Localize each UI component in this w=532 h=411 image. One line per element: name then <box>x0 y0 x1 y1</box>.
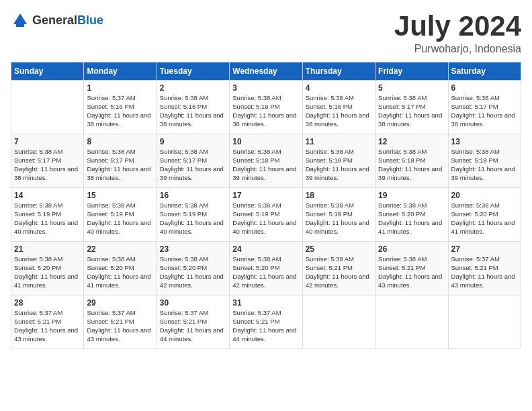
logo-icon <box>11 11 30 30</box>
day-number: 27 <box>451 244 518 254</box>
day-info: Sunrise: 5:38 AM Sunset: 5:17 PM Dayligh… <box>378 94 445 128</box>
day-info: Sunrise: 5:38 AM Sunset: 5:18 PM Dayligh… <box>451 148 518 182</box>
calendar-cell: 29Sunrise: 5:37 AM Sunset: 5:21 PM Dayli… <box>84 295 157 349</box>
day-info: Sunrise: 5:38 AM Sunset: 5:20 PM Dayligh… <box>160 255 226 289</box>
day-info: Sunrise: 5:38 AM Sunset: 5:17 PM Dayligh… <box>160 148 226 182</box>
logo: GeneralBlue <box>11 11 103 30</box>
day-number: 7 <box>14 137 81 146</box>
day-number: 4 <box>306 83 372 93</box>
day-info: Sunrise: 5:38 AM Sunset: 5:18 PM Dayligh… <box>232 148 299 182</box>
day-number: 2 <box>160 83 226 93</box>
day-info: Sunrise: 5:37 AM Sunset: 5:21 PM Dayligh… <box>232 309 299 343</box>
header-saturday: Saturday <box>448 62 521 81</box>
calendar-cell: 21Sunrise: 5:38 AM Sunset: 5:20 PM Dayli… <box>11 242 84 295</box>
header-tuesday: Tuesday <box>157 62 229 81</box>
calendar-cell: 16Sunrise: 5:38 AM Sunset: 5:19 PM Dayli… <box>157 188 229 242</box>
day-info: Sunrise: 5:38 AM Sunset: 5:19 PM Dayligh… <box>160 201 226 236</box>
calendar-table: SundayMondayTuesdayWednesdayThursdayFrid… <box>11 62 521 349</box>
day-info: Sunrise: 5:38 AM Sunset: 5:17 PM Dayligh… <box>451 94 518 128</box>
page-header: GeneralBlue July 2024 Purwoharjo, Indone… <box>11 11 521 55</box>
day-number: 26 <box>378 244 445 254</box>
calendar-cell: 12Sunrise: 5:38 AM Sunset: 5:18 PM Dayli… <box>375 134 448 188</box>
day-number: 15 <box>87 191 153 200</box>
logo-text-blue: Blue <box>77 13 103 27</box>
day-info: Sunrise: 5:38 AM Sunset: 5:21 PM Dayligh… <box>306 255 372 289</box>
day-info: Sunrise: 5:38 AM Sunset: 5:20 PM Dayligh… <box>378 201 445 236</box>
day-number: 9 <box>160 137 226 146</box>
calendar-header-row: SundayMondayTuesdayWednesdayThursdayFrid… <box>11 62 521 81</box>
day-number: 14 <box>14 191 81 200</box>
day-info: Sunrise: 5:38 AM Sunset: 5:20 PM Dayligh… <box>14 255 81 289</box>
calendar-cell: 17Sunrise: 5:38 AM Sunset: 5:19 PM Dayli… <box>230 188 302 242</box>
day-number: 18 <box>306 191 372 200</box>
day-number: 20 <box>451 191 518 200</box>
calendar-cell: 10Sunrise: 5:38 AM Sunset: 5:18 PM Dayli… <box>230 134 302 188</box>
day-info: Sunrise: 5:38 AM Sunset: 5:20 PM Dayligh… <box>451 201 518 236</box>
calendar-cell: 20Sunrise: 5:38 AM Sunset: 5:20 PM Dayli… <box>448 188 521 242</box>
day-info: Sunrise: 5:38 AM Sunset: 5:17 PM Dayligh… <box>14 148 81 182</box>
day-info: Sunrise: 5:38 AM Sunset: 5:16 PM Dayligh… <box>232 94 299 128</box>
day-number: 16 <box>160 191 226 200</box>
calendar-week-row: 1Sunrise: 5:37 AM Sunset: 5:16 PM Daylig… <box>11 81 521 134</box>
calendar-cell: 6Sunrise: 5:38 AM Sunset: 5:17 PM Daylig… <box>448 81 521 134</box>
calendar-cell <box>375 295 448 349</box>
calendar-cell: 7Sunrise: 5:38 AM Sunset: 5:17 PM Daylig… <box>11 134 84 188</box>
day-info: Sunrise: 5:38 AM Sunset: 5:19 PM Dayligh… <box>232 201 299 236</box>
day-info: Sunrise: 5:38 AM Sunset: 5:20 PM Dayligh… <box>87 255 153 289</box>
day-number: 23 <box>160 244 226 254</box>
day-number: 31 <box>232 298 299 308</box>
day-info: Sunrise: 5:38 AM Sunset: 5:16 PM Dayligh… <box>306 94 372 128</box>
calendar-week-row: 28Sunrise: 5:37 AM Sunset: 5:21 PM Dayli… <box>11 295 521 349</box>
day-number: 1 <box>87 83 153 93</box>
day-number: 8 <box>87 137 153 146</box>
day-info: Sunrise: 5:38 AM Sunset: 5:17 PM Dayligh… <box>87 148 153 182</box>
day-number: 25 <box>306 244 372 254</box>
svg-rect-1 <box>16 21 24 27</box>
day-number: 24 <box>232 244 299 254</box>
calendar-cell: 22Sunrise: 5:38 AM Sunset: 5:20 PM Dayli… <box>84 242 157 295</box>
header-wednesday: Wednesday <box>230 62 302 81</box>
calendar-cell <box>302 295 375 349</box>
calendar-cell: 2Sunrise: 5:38 AM Sunset: 5:16 PM Daylig… <box>157 81 229 134</box>
day-info: Sunrise: 5:37 AM Sunset: 5:21 PM Dayligh… <box>14 309 81 343</box>
calendar-cell: 27Sunrise: 5:37 AM Sunset: 5:21 PM Dayli… <box>448 242 521 295</box>
day-number: 22 <box>87 244 153 254</box>
calendar-cell <box>448 295 521 349</box>
day-info: Sunrise: 5:38 AM Sunset: 5:21 PM Dayligh… <box>378 255 445 289</box>
day-info: Sunrise: 5:37 AM Sunset: 5:21 PM Dayligh… <box>451 255 518 289</box>
day-number: 10 <box>232 137 299 146</box>
title-area: July 2024 Purwoharjo, Indonesia <box>394 11 521 55</box>
header-thursday: Thursday <box>302 62 375 81</box>
day-info: Sunrise: 5:38 AM Sunset: 5:18 PM Dayligh… <box>306 148 372 182</box>
calendar-cell: 31Sunrise: 5:37 AM Sunset: 5:21 PM Dayli… <box>230 295 302 349</box>
day-info: Sunrise: 5:38 AM Sunset: 5:20 PM Dayligh… <box>232 255 299 289</box>
day-number: 6 <box>451 83 518 93</box>
day-info: Sunrise: 5:38 AM Sunset: 5:19 PM Dayligh… <box>87 201 153 236</box>
day-number: 21 <box>14 244 81 254</box>
day-info: Sunrise: 5:38 AM Sunset: 5:19 PM Dayligh… <box>14 201 81 236</box>
calendar-week-row: 14Sunrise: 5:38 AM Sunset: 5:19 PM Dayli… <box>11 188 521 242</box>
calendar-cell: 26Sunrise: 5:38 AM Sunset: 5:21 PM Dayli… <box>375 242 448 295</box>
calendar-cell <box>11 81 84 134</box>
calendar-cell: 11Sunrise: 5:38 AM Sunset: 5:18 PM Dayli… <box>302 134 375 188</box>
logo-text-general: General <box>32 13 77 27</box>
calendar-cell: 1Sunrise: 5:37 AM Sunset: 5:16 PM Daylig… <box>84 81 157 134</box>
calendar-cell: 28Sunrise: 5:37 AM Sunset: 5:21 PM Dayli… <box>11 295 84 349</box>
calendar-cell: 30Sunrise: 5:37 AM Sunset: 5:21 PM Dayli… <box>157 295 229 349</box>
day-number: 30 <box>160 298 226 308</box>
calendar-cell: 9Sunrise: 5:38 AM Sunset: 5:17 PM Daylig… <box>157 134 229 188</box>
day-number: 3 <box>232 83 299 93</box>
header-sunday: Sunday <box>11 62 84 81</box>
day-number: 29 <box>87 298 153 308</box>
calendar-cell: 14Sunrise: 5:38 AM Sunset: 5:19 PM Dayli… <box>11 188 84 242</box>
day-info: Sunrise: 5:37 AM Sunset: 5:21 PM Dayligh… <box>87 309 153 343</box>
calendar-cell: 24Sunrise: 5:38 AM Sunset: 5:20 PM Dayli… <box>230 242 302 295</box>
header-friday: Friday <box>375 62 448 81</box>
calendar-week-row: 21Sunrise: 5:38 AM Sunset: 5:20 PM Dayli… <box>11 242 521 295</box>
day-info: Sunrise: 5:38 AM Sunset: 5:16 PM Dayligh… <box>160 94 226 128</box>
day-info: Sunrise: 5:38 AM Sunset: 5:19 PM Dayligh… <box>306 201 372 236</box>
month-year-title: July 2024 <box>394 11 521 42</box>
day-number: 12 <box>378 137 445 146</box>
calendar-cell: 3Sunrise: 5:38 AM Sunset: 5:16 PM Daylig… <box>230 81 302 134</box>
calendar-week-row: 7Sunrise: 5:38 AM Sunset: 5:17 PM Daylig… <box>11 134 521 188</box>
